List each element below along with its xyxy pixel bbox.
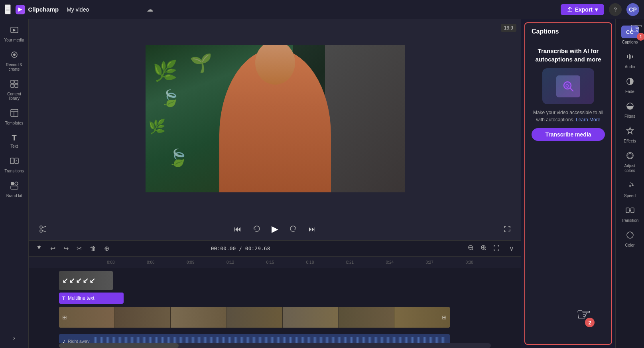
cut-button[interactable]: ✂ bbox=[74, 243, 84, 254]
sidebar-item-transitions[interactable]: Transitions bbox=[2, 153, 27, 176]
video-title-input[interactable] bbox=[63, 5, 140, 14]
track-content-audio[interactable]: ♪ Right away bbox=[59, 332, 521, 343]
menu-button[interactable]: ≡ bbox=[5, 4, 11, 14]
undo-button[interactable]: ↩ bbox=[48, 243, 58, 254]
audio-track[interactable]: ♪ Right away bbox=[59, 334, 450, 343]
captions-header: Captions bbox=[525, 23, 611, 40]
fwd5-button[interactable] bbox=[287, 223, 300, 235]
zoom-out-button[interactable] bbox=[465, 243, 477, 254]
avatar-button[interactable]: CP bbox=[626, 3, 639, 16]
svg-rect-34 bbox=[626, 208, 629, 213]
tool-item-label: Color bbox=[625, 243, 635, 247]
zoom-in-button[interactable] bbox=[478, 243, 489, 254]
add-button[interactable]: ⊕ bbox=[102, 243, 112, 254]
skip-back-button[interactable]: ⏮ bbox=[232, 223, 244, 236]
tool-item-label: Speed bbox=[624, 194, 636, 198]
sidebar-expand-button[interactable]: › bbox=[10, 331, 18, 345]
magic-edit-button[interactable] bbox=[33, 243, 45, 254]
delete-button[interactable]: 🗑 bbox=[87, 243, 98, 254]
scroll-thumb[interactable] bbox=[59, 343, 179, 348]
sidebar-item-text[interactable]: T Text bbox=[2, 130, 27, 152]
fullscreen-timeline-button[interactable] bbox=[491, 243, 502, 254]
svg-point-3 bbox=[13, 53, 16, 56]
transcribe-media-button[interactable]: Transcribe media bbox=[532, 128, 605, 141]
timeline-scrollbar[interactable] bbox=[59, 343, 491, 348]
audio-note-icon: ♪ bbox=[62, 338, 65, 343]
ruler-mark: 0:18 bbox=[290, 260, 330, 265]
ruler-mark: 0:27 bbox=[410, 260, 449, 265]
tool-item-transition[interactable]: Transition bbox=[617, 203, 643, 226]
speed-icon bbox=[626, 181, 634, 192]
tool-item-filters[interactable]: Filters bbox=[617, 99, 643, 122]
sidebar-item-label: Record &create bbox=[6, 63, 23, 71]
skip-forward-button[interactable]: ⏭ bbox=[306, 223, 318, 236]
svg-rect-8 bbox=[11, 109, 18, 117]
sidebar-item-label: Brand kit bbox=[6, 194, 22, 198]
person-head bbox=[255, 45, 295, 85]
ruler-mark: 0:24 bbox=[370, 260, 410, 265]
record-icon bbox=[10, 50, 19, 61]
ruler-mark: 0:06 bbox=[131, 260, 171, 265]
sidebar-item-brand-kit[interactable]: Brand kit bbox=[2, 178, 27, 201]
ruler-marks: 0:03 0:06 0:09 0:12 0:15 0:18 0:21 0:24 … bbox=[91, 260, 489, 265]
save-cloud-button[interactable]: ☁ bbox=[144, 4, 156, 15]
tool-item-label: Transition bbox=[621, 218, 639, 223]
video-strip[interactable]: ⊞ ⊞ bbox=[59, 307, 450, 328]
tool-item-fade[interactable]: Fade bbox=[617, 74, 643, 97]
adjust-colors-icon bbox=[626, 151, 634, 162]
sidebar-item-templates[interactable]: Templates bbox=[2, 105, 27, 129]
tool-item-audio[interactable]: Audio bbox=[617, 49, 643, 72]
right-area: Captions Transcribe with AI for autocapt… bbox=[521, 19, 644, 348]
filters-icon bbox=[626, 102, 634, 113]
ruler-mark: 0:30 bbox=[449, 260, 489, 265]
redo-button[interactable]: ↪ bbox=[61, 243, 71, 254]
tool-item-speed[interactable]: Speed bbox=[617, 178, 643, 201]
topbar: ≡ Clipchamp ☁ Export ▾ ? CP bbox=[0, 0, 644, 19]
tool-item-label: Filters bbox=[624, 114, 635, 119]
fade-icon bbox=[626, 77, 634, 88]
svg-line-24 bbox=[484, 249, 486, 250]
transcribe-description: Make your video accessible to all with a… bbox=[532, 109, 605, 123]
ruler-mark: 0:03 bbox=[91, 260, 131, 265]
svg-point-33 bbox=[629, 185, 631, 187]
timeline-toolbar: ↩ ↪ ✂ 🗑 ⊕ 00:00.00 / 00:29.68 bbox=[29, 241, 521, 257]
play-button[interactable]: ▶ bbox=[269, 221, 281, 237]
back5-button[interactable] bbox=[250, 223, 263, 235]
video-container: 🌿 🍃 🌱 🌿 🍃 bbox=[146, 45, 405, 192]
tool-item-adjust-colors[interactable]: Adjustcolors bbox=[617, 148, 643, 176]
timeline-area: ↩ ↪ ✂ 🗑 ⊕ 00:00.00 / 00:29.68 bbox=[29, 240, 521, 348]
track-content-text[interactable]: T Multiline text bbox=[59, 292, 521, 306]
clip-button[interactable] bbox=[37, 223, 49, 235]
text-icon: T bbox=[12, 133, 16, 142]
track-content-motion[interactable]: ↙ ↙ ↙ ↙ ↙ bbox=[59, 270, 521, 291]
video-right-panel bbox=[325, 45, 405, 192]
sidebar-item-record[interactable]: Record &create bbox=[2, 47, 27, 75]
strip-icon-left: ⊞ bbox=[62, 314, 67, 320]
ruler-mark: 0:12 bbox=[211, 260, 250, 265]
help-button[interactable]: ? bbox=[609, 3, 622, 16]
transitions-icon bbox=[10, 156, 19, 167]
search-q-icon: Q bbox=[562, 80, 574, 92]
sidebar-item-your-media[interactable]: Your media bbox=[2, 22, 27, 45]
fullscreen-button[interactable] bbox=[501, 223, 513, 235]
tool-item-label: Fade bbox=[625, 89, 634, 94]
text-clip[interactable]: T Multiline text bbox=[59, 293, 124, 304]
tool-item-effects[interactable]: Effects bbox=[617, 123, 643, 146]
brand-name: Clipchamp bbox=[28, 6, 59, 13]
brand-kit-icon bbox=[10, 181, 19, 192]
arrow-clip[interactable]: ↙ ↙ ↙ ↙ ↙ bbox=[59, 271, 113, 290]
svg-point-14 bbox=[15, 182, 18, 185]
track-content-video[interactable]: ⊞ ⊞ bbox=[59, 307, 521, 331]
transition-icon bbox=[626, 206, 634, 217]
tool-item-label: Captions bbox=[622, 40, 638, 44]
sidebar-item-content-library[interactable]: Content library bbox=[2, 76, 27, 104]
tool-item-captions[interactable]: CC Captions bbox=[617, 22, 643, 47]
export-button[interactable]: Export ▾ bbox=[561, 4, 604, 15]
svg-line-28 bbox=[570, 88, 573, 91]
ruler-mark: 0:15 bbox=[250, 260, 290, 265]
collapse-timeline-button[interactable]: ∨ bbox=[507, 243, 516, 254]
tool-item-color[interactable]: Color bbox=[617, 227, 643, 251]
learn-more-link[interactable]: Learn More bbox=[576, 117, 600, 123]
color-icon bbox=[626, 231, 634, 241]
brand-logo: Clipchamp bbox=[16, 5, 59, 14]
